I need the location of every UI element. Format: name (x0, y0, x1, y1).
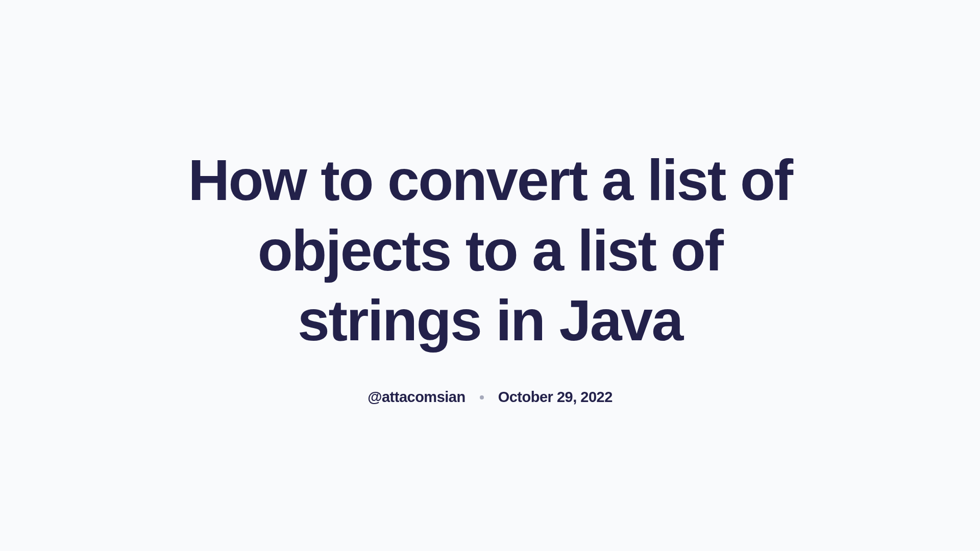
article-date: October 29, 2022 (498, 389, 612, 406)
article-meta: @attacomsian October 29, 2022 (368, 389, 612, 406)
bullet-separator-icon (480, 395, 484, 399)
article-title: How to convert a list of objects to a li… (179, 145, 801, 357)
article-author[interactable]: @attacomsian (368, 389, 465, 406)
article-header: How to convert a list of objects to a li… (158, 145, 822, 406)
